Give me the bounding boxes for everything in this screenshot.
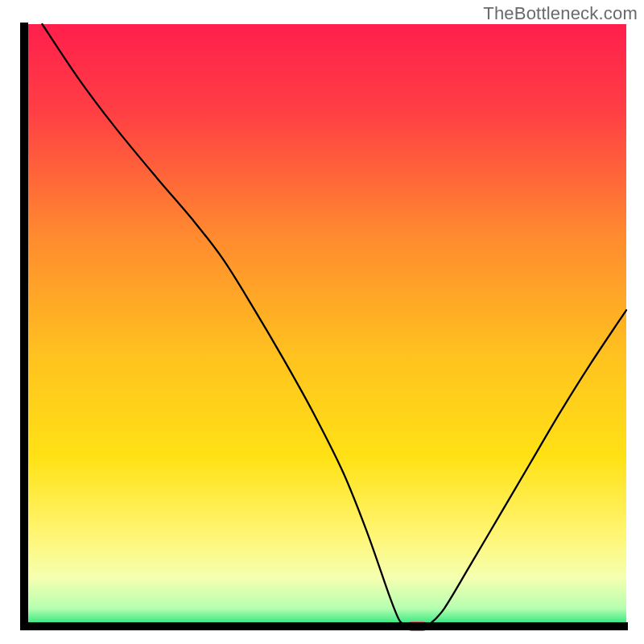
chart-container: TheBottleneck.com — [0, 0, 644, 644]
watermark-text: TheBottleneck.com — [483, 3, 638, 24]
gradient-background — [24, 24, 626, 626]
plot-area — [16, 23, 628, 634]
chart-svg — [16, 23, 628, 634]
